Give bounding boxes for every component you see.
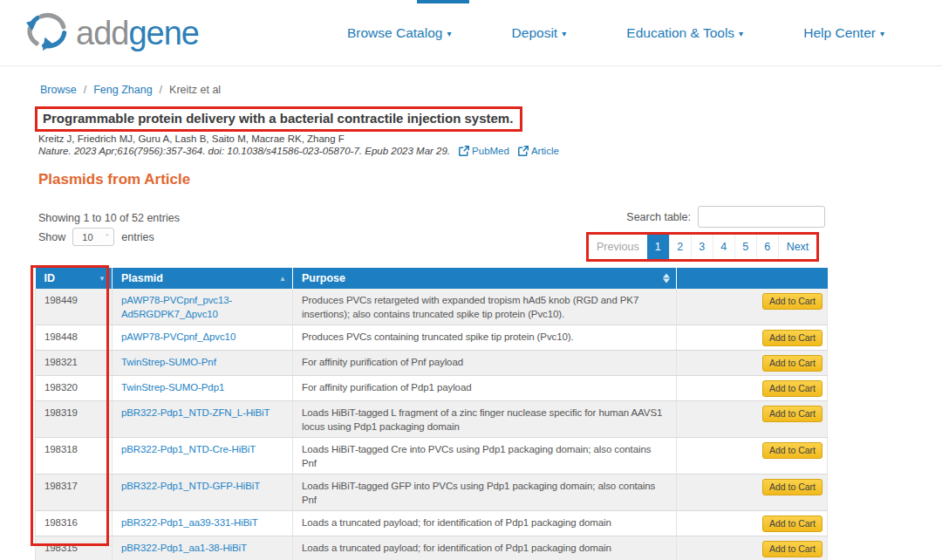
citation-text: Nature. 2023 Apr;616(7956):357-364. doi:… — [38, 146, 450, 156]
nav-label: Education & Tools — [626, 25, 734, 41]
caret-down-icon: ▾ — [562, 29, 566, 38]
showing-entries-text: Showing 1 to 10 of 52 entries — [38, 212, 180, 224]
nav-deposit[interactable]: Deposit▾ — [512, 25, 567, 41]
cell-id: 198448 — [36, 325, 113, 351]
cell-action: Add to Cart — [677, 351, 828, 376]
breadcrumb: Browse/Feng Zhang/Kreitz et al — [40, 84, 221, 96]
sort-both-icon — [663, 274, 670, 283]
breadcrumb-separator: / — [84, 84, 86, 96]
cell-id: 198316 — [36, 511, 113, 536]
add-to-cart-button[interactable]: Add to Cart — [762, 355, 823, 372]
nav-education-tools[interactable]: Education & Tools▾ — [626, 25, 743, 41]
breadcrumb-separator: / — [160, 84, 162, 96]
sort-desc-icon: ▼ — [99, 275, 106, 283]
cell-purpose: Loads HiBiT-tagged Cre into PVCs using P… — [293, 438, 677, 475]
column-header-id[interactable]: ID▼ — [36, 268, 113, 289]
plasmid-link-198318[interactable]: pBR322-Pdp1_NTD-Cre-HiBiT — [121, 444, 256, 454]
search-input[interactable] — [698, 206, 825, 228]
plasmid-link-198316[interactable]: pBR322-Pdp1_aa39-331-HiBiT — [121, 517, 258, 528]
column-header-plasmid[interactable]: Plasmid▲ — [113, 268, 293, 289]
column-header-purpose[interactable]: Purpose — [293, 268, 677, 289]
plasmid-link-198320[interactable]: TwinStrep-SUMO-Pdp1 — [121, 382, 224, 393]
cell-id: 198318 — [36, 438, 113, 475]
plasmid-link-198315[interactable]: pBR322-Pdp1_aa1-38-HiBiT — [121, 543, 247, 553]
cell-id: 198315 — [36, 536, 113, 560]
breadcrumb-item-kreitz-et-al: Kreitz et al — [169, 84, 221, 96]
cell-plasmid: pBR322-Pdp1_aa39-331-HiBiT — [113, 511, 293, 536]
search-label: Search table: — [602, 211, 691, 223]
cell-plasmid: pBR322-Pdp1_aa1-38-HiBiT — [113, 536, 293, 560]
article-link[interactable]: Article — [513, 146, 559, 156]
pagination: Previous123456Next — [589, 235, 816, 259]
page-size-value: 10 — [82, 232, 92, 242]
cell-action: Add to Cart — [677, 325, 828, 351]
plasmids-table: ID▼Plasmid▲Purpose 198449pAWP78-PVCpnf_p… — [35, 268, 828, 560]
article-citation: Nature. 2023 Apr;616(7956):357-364. doi:… — [38, 146, 559, 156]
add-to-cart-button[interactable]: Add to Cart — [762, 442, 823, 459]
chevron-down-icon: ˇ — [106, 233, 108, 242]
add-to-cart-button[interactable]: Add to Cart — [762, 479, 823, 495]
cell-plasmid: pBR322-Pdp1_NTD-ZFN_L-HiBiT — [113, 401, 293, 438]
annotation-box-pagination: Previous123456Next — [586, 232, 819, 262]
show-label: Show — [38, 231, 65, 243]
caret-down-icon: ▾ — [739, 29, 743, 38]
pagination-page-5[interactable]: 5 — [734, 235, 756, 259]
plasmid-link-198449[interactable]: pAWP78-PVCpnf_pvc13-Ad5RGDPK7_Δpvc10 — [121, 295, 232, 319]
add-to-cart-button[interactable]: Add to Cart — [762, 380, 823, 397]
add-to-cart-button[interactable]: Add to Cart — [762, 330, 823, 346]
pagination-page-1[interactable]: 1 — [647, 235, 669, 259]
article-link-label: Article — [531, 146, 559, 156]
breadcrumb-item-feng-zhang[interactable]: Feng Zhang — [93, 84, 152, 96]
main-nav: Browse Catalog▾Deposit▾Education & Tools… — [347, 0, 884, 66]
table-row: 198317pBR322-Pdp1_NTD-GFP-HiBiTLoads HiB… — [36, 475, 828, 511]
table-row: 198448pAWP78-PVCpnf_Δpvc10Produces PVCs … — [36, 325, 828, 351]
page-size-control: Show 10 ˇ entries — [38, 228, 154, 246]
page-size-select[interactable]: 10 ˇ — [72, 228, 114, 246]
pagination-page-4[interactable]: 4 — [713, 235, 734, 259]
pagination-previous[interactable]: Previous — [589, 235, 647, 259]
add-to-cart-button[interactable]: Add to Cart — [762, 293, 823, 310]
addgene-logo-icon — [24, 10, 70, 56]
column-label: Purpose — [302, 272, 345, 284]
add-to-cart-button[interactable]: Add to Cart — [762, 516, 823, 532]
caret-down-icon: ▾ — [447, 29, 451, 38]
caret-down-icon: ▾ — [880, 29, 884, 38]
cell-plasmid: pAWP78-PVCpnf_Δpvc10 — [113, 325, 293, 351]
pagination-page-2[interactable]: 2 — [669, 235, 691, 259]
page-title: Programmable protein delivery with a bac… — [43, 111, 513, 126]
article-authors: Kreitz J, Friedrich MJ, Guru A, Lash B, … — [38, 133, 345, 144]
cell-plasmid: TwinStrep-SUMO-Pnf — [113, 351, 293, 376]
nav-help-center[interactable]: Help Center▾ — [803, 25, 884, 41]
add-to-cart-button[interactable]: Add to Cart — [762, 406, 823, 422]
cell-purpose: Loads HiBiT-tagged L fragment of a zinc … — [293, 401, 677, 438]
cell-id: 198317 — [36, 475, 113, 511]
pagination-next[interactable]: Next — [778, 235, 817, 259]
breadcrumb-item-browse[interactable]: Browse — [40, 84, 77, 96]
pagination-page-6[interactable]: 6 — [756, 235, 778, 259]
plasmid-link-198319[interactable]: pBR322-Pdp1_NTD-ZFN_L-HiBiT — [121, 407, 270, 418]
addgene-logo[interactable]: addgene — [24, 10, 199, 56]
sort-asc-icon: ▲ — [279, 275, 286, 283]
pagination-page-3[interactable]: 3 — [691, 235, 713, 259]
plasmid-link-198321[interactable]: TwinStrep-SUMO-Pnf — [121, 357, 216, 367]
nav-browse-catalog[interactable]: Browse Catalog▾ — [347, 25, 451, 41]
cell-id: 198449 — [36, 289, 113, 325]
cell-purpose: Loads a truncated payload; for identific… — [293, 536, 677, 560]
plasmid-link-198317[interactable]: pBR322-Pdp1_NTD-GFP-HiBiT — [121, 481, 260, 491]
cell-action: Add to Cart — [677, 438, 828, 475]
column-header-actions — [677, 268, 828, 289]
nav-label: Browse Catalog — [347, 25, 442, 41]
cell-id: 198320 — [36, 376, 113, 401]
external-link-icon — [518, 146, 529, 156]
column-label: Plasmid — [121, 272, 163, 284]
cell-plasmid: pAWP78-PVCpnf_pvc13-Ad5RGDPK7_Δpvc10 — [113, 289, 293, 325]
add-to-cart-button[interactable]: Add to Cart — [762, 541, 823, 557]
plasmid-link-198448[interactable]: pAWP78-PVCpnf_Δpvc10 — [121, 331, 236, 342]
pubmed-link[interactable]: PubMed — [454, 146, 509, 156]
cell-action: Add to Cart — [677, 475, 828, 511]
table-row: 198319pBR322-Pdp1_NTD-ZFN_L-HiBiTLoads H… — [36, 401, 828, 438]
table-body: 198449pAWP78-PVCpnf_pvc13-Ad5RGDPK7_Δpvc… — [36, 289, 828, 560]
external-link-icon — [459, 146, 469, 156]
cell-id: 198321 — [36, 351, 113, 376]
cell-action: Add to Cart — [677, 511, 828, 536]
